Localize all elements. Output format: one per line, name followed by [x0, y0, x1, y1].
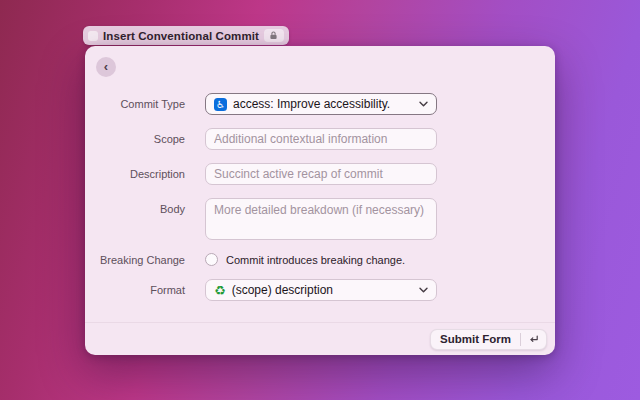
- form-window: ‹ Commit Type ♿ access: Improve accessib…: [85, 46, 555, 355]
- commit-type-dropdown[interactable]: ♿ access: Improve accessibility.: [205, 93, 437, 115]
- format-label: Format: [85, 284, 185, 296]
- breaking-change-checkbox[interactable]: [205, 253, 218, 266]
- command-tag: Insert Conventional Commit: [83, 26, 289, 45]
- lock-icon: [264, 29, 284, 42]
- submit-form-button[interactable]: Submit Form: [430, 329, 547, 350]
- body-textarea[interactable]: [205, 198, 437, 240]
- chevron-down-icon: [419, 101, 428, 107]
- description-input[interactable]: [205, 163, 437, 185]
- description-label: Description: [85, 168, 185, 180]
- extension-icon: [88, 31, 98, 41]
- scope-label: Scope: [85, 133, 185, 145]
- recycle-icon: ♻: [214, 284, 226, 297]
- chevron-down-icon: [419, 287, 428, 293]
- breaking-change-label: Breaking Change: [85, 254, 185, 266]
- wheelchair-accessibility-icon: ♿: [214, 98, 227, 111]
- breaking-change-row: Breaking Change Commit introduces breaki…: [85, 253, 555, 266]
- scope-input[interactable]: [205, 128, 437, 150]
- body-label: Body: [85, 198, 185, 215]
- description-row: Description: [85, 163, 555, 185]
- breaking-change-control: Commit introduces breaking change.: [205, 253, 405, 266]
- desktop-background: Insert Conventional Commit ‹ Commit Type…: [0, 0, 640, 400]
- scope-row: Scope: [85, 128, 555, 150]
- action-bar: Submit Form: [85, 322, 555, 355]
- command-title: Insert Conventional Commit: [103, 30, 259, 42]
- enter-key-icon: [521, 335, 546, 344]
- conventional-commit-form: Commit Type ♿ access: Improve accessibil…: [85, 46, 555, 301]
- format-value: (scope) description: [232, 283, 413, 297]
- format-dropdown[interactable]: ♻ (scope) description: [205, 279, 437, 301]
- body-row: Body: [85, 198, 555, 240]
- commit-type-label: Commit Type: [85, 98, 185, 110]
- breaking-change-text: Commit introduces breaking change.: [226, 254, 405, 266]
- submit-form-label: Submit Form: [431, 333, 520, 345]
- format-row: Format ♻ (scope) description: [85, 279, 555, 301]
- commit-type-value: access: Improve accessibility.: [233, 97, 413, 111]
- commit-type-row: Commit Type ♿ access: Improve accessibil…: [85, 93, 555, 115]
